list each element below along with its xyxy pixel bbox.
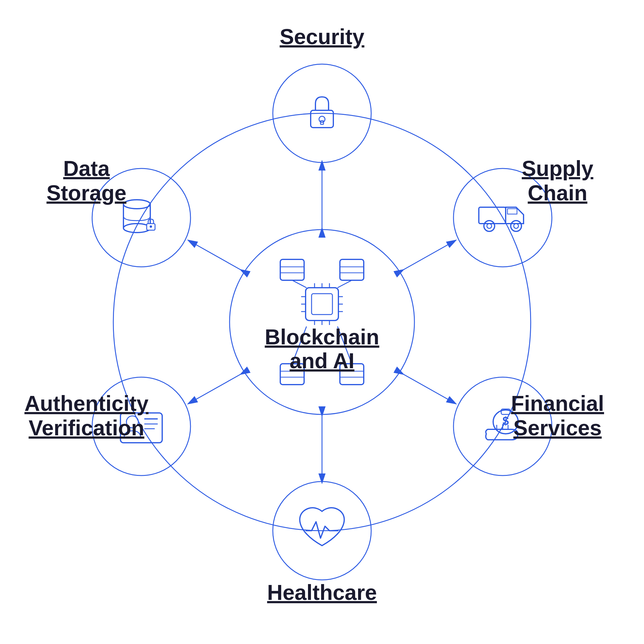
authenticity-label-2: Verification — [29, 416, 144, 440]
svg-rect-14 — [306, 288, 338, 321]
financial-label-2: Services — [513, 416, 602, 440]
supply-chain-label: Supply — [522, 157, 593, 180]
svg-line-10 — [402, 374, 455, 403]
svg-point-63 — [123, 200, 150, 209]
svg-line-13 — [189, 241, 242, 270]
svg-line-9 — [402, 241, 455, 270]
svg-point-45 — [319, 116, 325, 122]
svg-rect-15 — [312, 294, 332, 315]
healthcare-label: Healthcare — [267, 580, 377, 604]
svg-point-48 — [484, 221, 495, 231]
svg-line-12 — [189, 374, 242, 403]
data-storage-label: Data — [63, 157, 110, 180]
center-label-1: Blockchain — [265, 325, 379, 349]
data-storage-label-2: Storage — [47, 181, 126, 205]
svg-line-35 — [338, 280, 352, 288]
center-label-2: and AI — [290, 349, 354, 373]
svg-line-31 — [292, 280, 306, 288]
financial-label: Financial — [511, 391, 604, 415]
security-label: Security — [280, 25, 364, 49]
svg-point-68 — [150, 225, 152, 228]
svg-point-50 — [511, 221, 521, 231]
svg-point-49 — [487, 224, 492, 228]
supply-chain-label-2: Chain — [528, 181, 587, 205]
diagram-container: $ — [0, 0, 644, 644]
svg-point-51 — [514, 224, 518, 228]
svg-rect-28 — [280, 259, 304, 280]
authenticity-label: Authenticity — [24, 391, 148, 415]
svg-rect-32 — [340, 259, 364, 280]
